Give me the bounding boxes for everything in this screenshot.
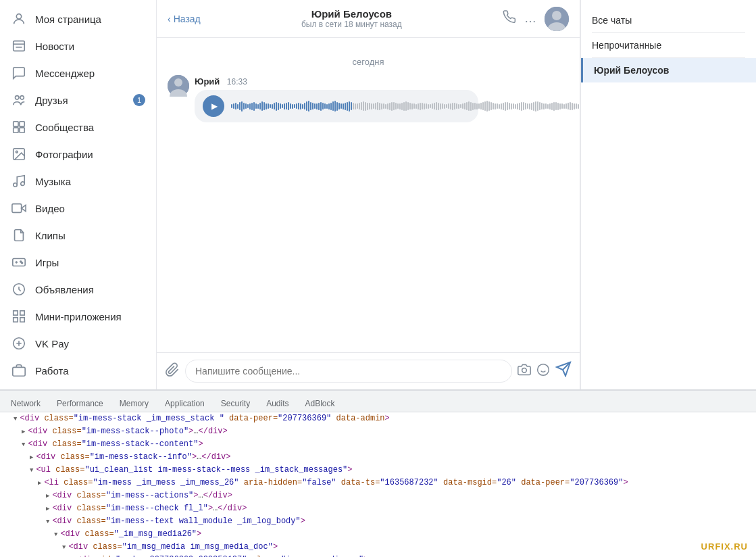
svg-rect-20 (14, 311, 18, 315)
sidebar-item-clips[interactable]: Клипы (0, 222, 156, 249)
svg-rect-6 (14, 122, 18, 126)
code-line[interactable]: ▶<div class="im-mess--check fl_l">…</div… (0, 502, 756, 515)
devtools-content[interactable]: ▼<div class="im-mess-stack _im_mess_stac… (0, 412, 756, 557)
more-icon[interactable]: … (524, 11, 536, 26)
svg-rect-1 (14, 41, 25, 51)
sidebar-item-work[interactable]: Работа (0, 357, 156, 384)
tab-memory[interactable]: Memory (111, 395, 157, 412)
code-line[interactable]: ▼<div class="im-mess-stack _im_mess_stac… (0, 412, 756, 425)
call-icon[interactable] (503, 10, 516, 27)
back-label: Назад (174, 14, 201, 24)
devtools-tabs: Network Performance Memory Application S… (0, 391, 756, 412)
sidebar-item-vkpay[interactable]: VK Pay (0, 330, 156, 357)
code-line[interactable]: ▼<div class="_im_msg_media26"> (0, 528, 756, 541)
svg-rect-8 (14, 128, 18, 132)
code-line[interactable]: ▶<div class="im-mess--actions">…</div> (0, 489, 756, 502)
tab-network[interactable]: Network (3, 395, 49, 412)
sidebar-item-music[interactable]: Музыка (0, 168, 156, 195)
mini-apps-icon (11, 308, 27, 324)
sidebar-item-label: Объявления (35, 284, 94, 295)
play-button[interactable]: ▶ (203, 95, 224, 117)
svg-point-31 (538, 364, 549, 375)
sidebar-item-ads[interactable]: Объявления (0, 276, 156, 303)
friends-icon (11, 92, 27, 108)
active-chat-name: Юрий Белоусов (594, 65, 669, 76)
sidebar-item-news[interactable]: Новости (0, 32, 156, 59)
person-icon (11, 11, 27, 27)
code-line[interactable]: ▼<ul class="ui_clean_list im-mess-stack-… (0, 464, 756, 477)
message-time: 16:33 (227, 77, 247, 87)
friends-badge: 1 (133, 94, 145, 106)
chat-list-panel: Все чаты Непрочитанные Юрий Белоусов (580, 0, 756, 389)
chat-header-info: Юрий Белоусов был в сети 18 минут назад (209, 8, 495, 29)
svg-point-4 (16, 96, 20, 100)
sidebar-item-photos[interactable]: Фотографии (0, 141, 156, 168)
unread-tab[interactable]: Непрочитанные (592, 33, 745, 58)
svg-point-12 (14, 183, 18, 187)
sidebar-item-my-page[interactable]: Моя страница (0, 5, 156, 32)
sidebar-item-label: Видео (35, 203, 65, 214)
games-icon (11, 254, 27, 270)
photos-icon (11, 146, 27, 162)
video-icon (11, 200, 27, 216)
sidebar-item-games[interactable]: Игры (0, 249, 156, 276)
code-line[interactable]: ▶<li class="im-mess _im_mess _im_mess_26… (0, 477, 756, 489)
svg-rect-23 (20, 318, 24, 322)
chat-icon (11, 65, 27, 81)
send-icon[interactable] (555, 361, 572, 381)
svg-point-29 (174, 78, 182, 87)
tab-adblock[interactable]: AdBlock (297, 395, 343, 412)
code-line[interactable]: ▼<div class="im-mess-stack--content"> (0, 438, 756, 451)
contact-status: был в сети 18 минут назад (209, 20, 495, 29)
sidebar-item-label: Музыка (35, 176, 71, 187)
code-line[interactable]: ▼<div id="audmsg207736369_620358127" cla… (0, 554, 756, 557)
sender-avatar (168, 75, 189, 97)
sidebar-item-mini-apps[interactable]: Мини-приложения (0, 303, 156, 330)
code-line[interactable]: ▶<div class="im-mess-stack--info">…</div… (0, 451, 756, 464)
active-chat-item[interactable]: Юрий Белоусов (581, 58, 756, 82)
sidebar-item-label: Мини-приложения (35, 311, 122, 322)
code-line[interactable]: ▼<div class="im_msg_media im_msg_media_d… (0, 541, 756, 554)
message-input[interactable] (185, 360, 512, 383)
music-icon (11, 173, 27, 189)
contact-name: Юрий Белоусов (209, 8, 495, 20)
sidebar: Моя страница Новости Мессенджер (0, 0, 157, 389)
back-button[interactable]: ‹ Назад (168, 14, 201, 24)
newspaper-icon (11, 38, 27, 54)
sidebar-item-video[interactable]: Видео (0, 195, 156, 222)
message-sender: Юрий (195, 76, 220, 87)
emoji-icon[interactable] (536, 363, 550, 380)
play-icon: ▶ (211, 101, 218, 111)
camera-icon[interactable] (518, 363, 531, 380)
chat-header: ‹ Назад Юрий Белоусов был в сети 18 мину… (157, 0, 580, 38)
code-line[interactable]: ▶<div class="im-mess-stack--photo">…</di… (0, 425, 756, 438)
tab-audits[interactable]: Audits (258, 395, 297, 412)
tab-security[interactable]: Security (213, 395, 258, 412)
svg-point-13 (21, 182, 25, 186)
back-arrow-icon: ‹ (168, 14, 171, 24)
sidebar-item-label: Мессенджер (35, 68, 95, 79)
date-divider: сегодня (168, 57, 569, 67)
svg-point-30 (522, 368, 527, 372)
svg-rect-7 (20, 122, 24, 126)
attach-icon[interactable] (165, 362, 180, 381)
svg-rect-9 (20, 128, 24, 132)
sidebar-item-label: Игры (35, 257, 59, 268)
svg-point-18 (22, 262, 23, 264)
sidebar-item-messenger[interactable]: Мессенджер (0, 59, 156, 87)
sidebar-item-label: VK Pay (35, 338, 69, 349)
tab-application[interactable]: Application (157, 395, 213, 412)
svg-rect-15 (12, 204, 22, 213)
sidebar-item-friends[interactable]: Друзья 1 (0, 87, 156, 114)
audio-message: ▶ 0:02 (195, 90, 478, 122)
chat-messages: сегодня Юрий 16:33 ▶ (157, 38, 580, 352)
tab-performance[interactable]: Performance (49, 395, 111, 412)
all-chats-tab[interactable]: Все чаты (592, 8, 745, 33)
sidebar-item-label: Работа (35, 365, 69, 377)
clips-icon (11, 227, 27, 243)
sidebar-item-label: Сообщества (35, 122, 94, 133)
chat-area: ‹ Назад Юрий Белоусов был в сети 18 мину… (157, 0, 580, 389)
svg-point-11 (16, 151, 18, 153)
code-line[interactable]: ▼<div class="im-mess--text wall_module _… (0, 515, 756, 528)
sidebar-item-communities[interactable]: Сообщества (0, 114, 156, 141)
